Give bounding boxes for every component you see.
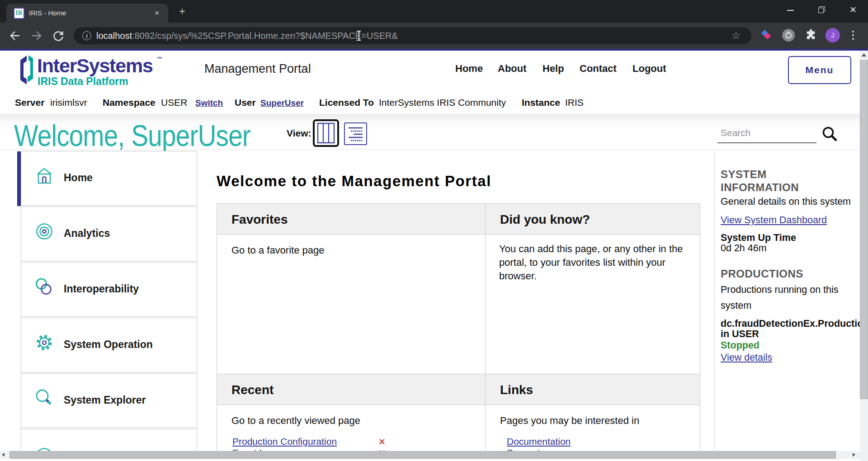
user-link[interactable]: SuperUser [260,98,304,108]
didyouknow-body-cell: You can add this page, or any other in t… [485,234,700,374]
horizontal-scrollbar[interactable] [0,451,860,459]
tab-close-icon[interactable]: ✕ [152,8,162,18]
horizontal-scrollbar-thumb[interactable] [9,451,836,459]
forward-button[interactable] [29,28,44,43]
url-text[interactable]: localhost:8092/csp/sys/%25CSP.Portal.Hom… [96,31,398,41]
links-intro-text: Pages you may be interested in [500,415,639,427]
remove-recent-icon[interactable]: ✕ [378,437,386,447]
nav-link-contact[interactable]: Contact [580,63,617,75]
bookmark-star-icon[interactable]: ☆ [731,31,741,41]
sidebar-active-indicator [17,151,21,206]
links-header-cell: Links [485,374,700,405]
sidebar-item-home[interactable]: Home [21,151,197,206]
window-close-button[interactable]: ✕ [849,6,857,14]
didyouknow-title: Did you know? [500,212,590,227]
switch-link[interactable]: Switch [195,98,223,108]
browser-toolbar: i localhost:8092/csp/sys/%25CSP.Portal.H… [0,23,868,49]
favorites-body-cell: Go to a favorite page [217,234,486,374]
nav-link-about[interactable]: About [498,63,527,75]
sidebar-item-label: System Explorer [64,394,146,406]
browser-profile-avatar[interactable]: J [826,28,840,42]
address-bar[interactable]: i localhost:8092/csp/sys/%25CSP.Portal.H… [74,27,751,44]
logo-subtitle-text: IRIS Data Platform [38,75,128,87]
licensed-to-value: InterSystems IRIS Community [379,97,506,108]
productions-subtitle: Productions running on this system [721,282,843,313]
view-system-dashboard-link[interactable]: View System Dashboard [721,215,827,226]
browser-menu-kebab-icon[interactable] [850,28,856,43]
productions-title: PRODUCTIONS [721,267,803,280]
system-up-time-label: System Up Time [721,232,796,244]
intersystems-logo[interactable]: InterSystems ™ IRIS Data Platform [19,54,168,89]
home-icon [35,166,54,185]
page-title: Management Portal [204,62,311,76]
sidebar-item-analytics[interactable]: Analytics [21,207,197,261]
scroll-up-icon[interactable] [860,51,868,59]
extension-power-icon[interactable] [782,28,795,42]
namespace-label: Namespace [103,97,156,108]
page-info-icon[interactable]: i [82,31,91,40]
production-status-badge: Stopped [721,340,760,351]
nav-link-help[interactable]: Help [542,63,564,75]
sidebar-item-label: Home [64,172,93,184]
logo-mark-right [28,55,33,82]
production-name: dc.fraudDetectionEx.Production [721,318,860,329]
namespace-value: USER [161,97,187,108]
extension-diamond-icon[interactable] [760,28,773,42]
links-title: Links [500,383,533,397]
search-icon[interactable] [821,126,839,145]
vertical-scrollbar-thumb[interactable] [860,60,868,399]
back-button[interactable] [8,28,22,43]
scroll-right-icon[interactable] [853,453,855,456]
sidebar-item-label: Interoperability [64,283,139,295]
system-up-time-value: 0d 2h 46m [721,243,767,254]
browser-tab[interactable]: IR IRIS - Home ✕ [6,4,168,23]
system-information-subtitle: General details on this system [721,196,851,207]
system-operation-gear-icon [35,333,54,352]
welcome-strip: Welcome, SuperUser View: Search [0,114,868,150]
logo-mark-left [20,56,27,85]
url-host: localhost [96,31,132,41]
new-tab-button[interactable]: + [176,6,188,18]
window-restore-button[interactable] [818,6,826,14]
logo-brand-text: InterSystems [37,55,153,76]
list-view-icon [345,123,366,144]
sidebar-item-system-explorer[interactable]: System Explorer [21,373,197,428]
favorites-header-cell: Favorites [217,203,486,235]
logo-tm: ™ [157,56,162,62]
text-cursor-icon [356,30,361,41]
production-namespace: in USER [721,329,759,340]
window-minimize-button[interactable] [787,6,795,14]
scroll-left-icon[interactable] [2,453,5,456]
vertical-scrollbar[interactable] [860,51,868,461]
scrollbar-corner [860,451,868,461]
recent-link-row: Production Configuration ✕ [232,436,337,447]
main-heading: Welcome to the Management Portal [217,173,491,190]
nav-link-logout[interactable]: Logout [632,63,666,75]
extensions-puzzle-icon[interactable] [804,28,817,42]
search-input[interactable]: Search [721,127,751,138]
link-documentation[interactable]: Documentation [507,436,571,447]
browser-tabstrip: IR IRIS - Home ✕ + ✕ [0,0,868,23]
nav-link-home[interactable]: Home [455,63,483,75]
recent-link-production-configuration[interactable]: Production Configuration [232,436,337,447]
sidebar-item-system-operation[interactable]: System Operation [21,318,197,372]
minimize-icon [787,10,794,11]
view-label: View: [287,128,311,139]
recent-intro-text: Go to a recently viewed page [231,415,360,427]
menu-button[interactable]: Menu [788,56,851,84]
system-information-title: SYSTEM INFORMATION [721,168,834,194]
server-value: irisimlsvr [50,97,87,108]
didyouknow-header-cell: Did you know? [485,203,700,235]
sidebar-item-interoperability[interactable]: Interoperability [21,262,197,317]
interoperability-icon [35,278,54,296]
sidebar-item-label: Analytics [64,227,110,240]
reload-button[interactable] [51,28,66,43]
bottom-margin [0,459,868,461]
view-list-button[interactable] [344,122,367,145]
server-label: Server [15,97,44,108]
view-columns-button[interactable] [313,119,339,147]
search-underline [717,142,816,143]
links-link-row: Documentation [507,436,571,447]
view-details-link[interactable]: View details [721,352,772,363]
favorites-title: Favorites [231,212,288,227]
